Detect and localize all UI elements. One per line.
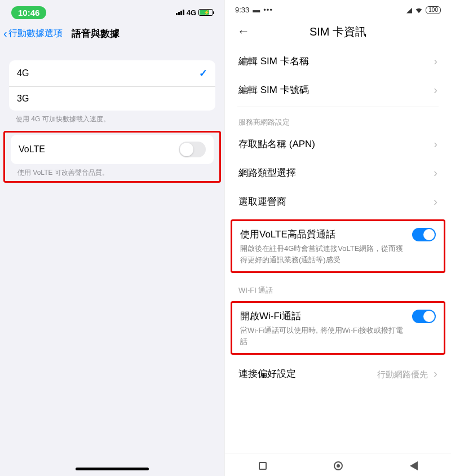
row-label: 編輯 SIM 卡名稱: [238, 55, 309, 68]
android-status-bar: 9:33 ▬ ••• ◢ 100: [225, 0, 451, 17]
option-3g[interactable]: 3G: [9, 86, 215, 111]
back-label: 行動數據選項: [8, 28, 63, 39]
section-wifi-call: WI-FI 通話: [237, 277, 439, 298]
row-network-type[interactable]: 網路類型選擇 ›: [237, 158, 439, 187]
row-operator[interactable]: 選取運營商 ›: [237, 187, 439, 216]
chevron-right-icon: ›: [434, 55, 437, 68]
chevron-right-icon: ›: [434, 195, 437, 208]
status-time-pill: 10:46: [11, 6, 46, 19]
wifi-call-highlight: 開啟Wi-Fi通話 當Wi-Fi通話可以使用時, 將使用Wi-Fi接收或撥打電話: [231, 301, 445, 355]
chevron-right-icon: ›: [434, 166, 437, 179]
network-label: 4G: [187, 8, 196, 17]
android-nav-buttons: [225, 453, 451, 476]
signal-icon: ◢: [406, 6, 412, 14]
row-value: 行動網路優先: [377, 369, 428, 379]
status-time: 9:33: [235, 6, 249, 14]
message-icon: ▬: [253, 6, 260, 14]
page-title: SIM 卡資訊: [233, 24, 443, 39]
chevron-right-icon: ›: [434, 83, 437, 96]
volte-list: VoLTE: [11, 135, 214, 164]
volte-highlight: 使用VoLTE高品質通話 開啟後在註冊4G時會嘗試連接VoLTE網路，從而獲得更…: [231, 219, 445, 273]
row-connection-pref[interactable]: 連接偏好設定 行動網路優先 ›: [237, 359, 439, 388]
option-label: 3G: [17, 94, 29, 104]
volte-toggle[interactable]: [179, 142, 206, 157]
row-label: 選取運營商: [238, 195, 286, 208]
row-label: 編輯 SIM 卡號碼: [238, 83, 309, 96]
row-apn[interactable]: 存取點名稱 (APN) ›: [237, 130, 439, 158]
more-notifications-icon: •••: [263, 6, 273, 14]
network-options-list: 4G ✓ 3G: [9, 60, 215, 111]
wifi-call-title: 開啟Wi-Fi通話: [240, 310, 406, 323]
wifi-call-toggle[interactable]: [412, 310, 436, 323]
row-wifi-call[interactable]: 開啟Wi-Fi通話 當Wi-Fi通話可以使用時, 將使用Wi-Fi接收或撥打電話: [239, 307, 437, 347]
ios-status-bar: 10:46 4G ⚡: [0, 0, 224, 23]
ios-nav-bar: ‹ 行動數據選項 語音與數據: [0, 23, 224, 47]
option-label: 4G: [17, 68, 29, 78]
volte-label: VoLTE: [19, 144, 45, 155]
row-label: 網路類型選擇: [238, 166, 296, 179]
android-nav-bar: ← SIM 卡資訊: [225, 17, 451, 47]
battery-icon: ⚡: [198, 9, 213, 16]
row-edit-sim-number[interactable]: 編輯 SIM 卡號碼 ›: [237, 76, 439, 104]
volte-toggle[interactable]: [412, 228, 436, 241]
volte-highlight: VoLTE 使用 VoLTE 可改善聲音品質。: [3, 131, 221, 183]
back-button[interactable]: ‹ 行動數據選項: [3, 27, 63, 40]
checkmark-icon: ✓: [199, 67, 207, 80]
home-indicator[interactable]: [0, 468, 224, 476]
row-label: 連接偏好設定: [238, 367, 296, 380]
row-label: 存取點名稱 (APN): [238, 138, 315, 151]
home-button[interactable]: [334, 461, 343, 470]
volte-row[interactable]: VoLTE: [11, 135, 214, 164]
footer-text-volte: 使用 VoLTE 可改善聲音品質。: [5, 164, 219, 178]
wifi-icon: [415, 6, 423, 14]
chevron-right-icon: ›: [434, 367, 437, 380]
footer-text-4g: 使用 4G 可加快數據載入速度。: [0, 111, 224, 124]
volte-title: 使用VoLTE高品質通話: [240, 228, 406, 241]
volte-subtitle: 開啟後在註冊4G時會嘗試連接VoLTE網路，從而獲得更好的通訊業務(通話等)感受: [240, 243, 406, 266]
battery-pill: 100: [426, 6, 441, 14]
signal-icon: [176, 10, 184, 15]
chevron-right-icon: ›: [434, 138, 437, 151]
chevron-left-icon: ‹: [3, 27, 7, 40]
back-nav-button[interactable]: [410, 461, 418, 470]
option-4g[interactable]: 4G ✓: [9, 60, 215, 86]
row-edit-sim-name[interactable]: 編輯 SIM 卡名稱 ›: [237, 47, 439, 76]
row-volte[interactable]: 使用VoLTE高品質通話 開啟後在註冊4G時會嘗試連接VoLTE網路，從而獲得更…: [239, 226, 437, 266]
page-title: 語音與數據: [72, 27, 120, 40]
wifi-call-subtitle: 當Wi-Fi通話可以使用時, 將使用Wi-Fi接收或撥打電話: [240, 325, 406, 347]
section-carrier: 服務商網路設定: [237, 109, 439, 130]
recents-button[interactable]: [259, 462, 267, 470]
